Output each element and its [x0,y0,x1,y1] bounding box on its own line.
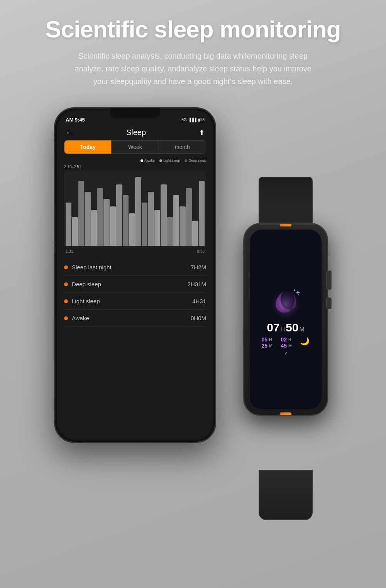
sleep-moon-icon [268,283,303,318]
watch-sub1-h: 05 [262,336,268,343]
page-title: Scientific sleep monitoring [45,15,340,43]
chart-bar [72,217,78,246]
page-subtitle: Scientific sleep analysis, conducting bi… [69,50,317,88]
chart-bar [116,184,122,246]
devices-wrapper: AM 9:45 5G ▐▐▐ ▮96 ← Sleep ⬆ Toda [42,107,344,485]
watch-sub2-h-unit: H [288,338,291,342]
tab-bar: Today Week month [64,140,206,154]
legend-deep-dot [185,159,187,162]
watch-sub1-m-unit: M [269,344,272,348]
phone-screen: AM 9:45 5G ▐▐▐ ▮96 ← Sleep ⬆ Toda [57,110,213,440]
legend-deep: Deep sleep [185,159,206,162]
back-button[interactable]: ← [66,128,73,137]
chart-bar [179,206,185,246]
stat-left: Sleep last night [64,264,112,270]
chart-time-range: 2:10–2:51 [64,165,206,169]
watch-sub1-h-unit: H [269,338,272,342]
tab-today[interactable]: Today [64,140,112,154]
stat-label-light: Light sleep [72,298,100,304]
watch-hours: 07 [267,321,279,334]
chart-bar [186,188,192,246]
watch-time-main: 07 H 50 M [267,321,305,334]
stat-dot [64,299,68,303]
chart-bar [123,195,129,246]
stat-left: Deep sleep [64,281,101,287]
stat-left: Light sleep [64,298,100,304]
stat-value-light: 4H31 [192,298,206,304]
phone-device: AM 9:45 5G ▐▐▐ ▮96 ← Sleep ⬆ Toda [54,107,216,443]
status-time: AM 9:45 [66,117,85,123]
stat-row-sleep: Sleep last night 7H2M [64,259,206,276]
chart-legend: Awake Light sleep Deep sleep [57,159,213,165]
sleep-chart: 2:10–2:51 [64,165,206,253]
page: Scientific sleep monitoring Scientific s… [0,0,386,588]
watch-sub-line-4: 45 M [281,343,292,349]
svg-point-3 [298,294,299,296]
watch-time-sub: 05 H 25 M 02 H [262,336,310,349]
stat-left: Awake [64,315,89,321]
watch-sub2-m-unit: M [288,344,291,348]
stat-value-awake: 0H0M [191,315,206,321]
watch-device: 07 H 50 M 05 H 25 [235,223,336,470]
watch-strap-top [259,177,313,223]
watch-screen: 07 H 50 M 05 H 25 [250,230,322,409]
chart-end-time: 8:33 [197,249,205,253]
chart-time-labels: 1:31 8:33 [64,248,206,253]
legend-awake: Awake [141,159,155,162]
stat-row-awake: Awake 0H0M [64,310,206,327]
app-title: Sleep [126,128,146,137]
watch-sub2-m: 45 [281,343,287,349]
watch-hours-unit: H [281,326,285,333]
chart-bar [129,213,135,246]
watch-strap-bottom [259,470,313,520]
watch-sub-line-3: 02 H [281,336,292,343]
stat-value-sleep: 7H2M [191,264,206,270]
chart-bar [110,206,116,246]
chart-bars-area [64,171,206,248]
battery-icon: ▮96 [198,118,205,122]
watch-crown-1 [326,270,332,290]
watch-accent-bottom [280,412,291,415]
watch-sub-line-2: 25 M [262,343,273,349]
chart-start-time: 1:31 [66,249,73,253]
stat-dot [64,282,68,286]
share-button[interactable]: ⬆ [199,128,205,137]
legend-awake-dot [141,159,143,162]
watch-accent-top [280,224,291,226]
chart-bar [173,195,179,246]
watch-moon-small-icon: 🌙 [300,336,310,349]
tab-week[interactable]: Week [112,140,159,154]
stat-label-awake: Awake [72,315,89,321]
legend-light: Light sleep [159,159,180,162]
chart-bar [192,221,198,246]
stat-row-light: Light sleep 4H31 [64,293,206,310]
watch-crown-2 [326,297,332,309]
app-header: ← Sleep ⬆ [57,124,213,140]
chart-bar [91,210,97,246]
legend-light-dot [159,159,162,162]
chart-bar [167,217,173,246]
chart-bar [66,203,71,246]
svg-point-2 [294,289,295,291]
watch-sub2-h: 02 [281,336,287,343]
stat-label-sleep: Sleep last night [72,264,112,270]
watch-minutes: 50 [286,321,298,334]
stat-value-deep: 2H31M [188,281,206,287]
chart-bar [97,188,103,246]
chart-bar [85,192,90,246]
stat-dot [64,265,68,269]
watch-sub-line-1: 05 H [262,336,273,343]
stats-list: Sleep last night 7H2M Deep sleep 2H31M [64,259,206,327]
chart-bar [78,181,84,246]
chart-bar [103,199,109,246]
watch-sub-block-1: 05 H 25 M [262,336,273,349]
tab-month[interactable]: month [159,140,206,154]
watch-sub1-m: 25 [262,343,268,349]
watch-body: 07 H 50 M 05 H 25 [243,223,328,416]
network-icon: 5G [181,118,186,122]
sleep-icon-container [268,283,303,318]
chart-bar [142,203,147,246]
stat-dot [64,316,68,320]
watch-chevron-down: ∨ [284,350,288,356]
stat-row-deep: Deep sleep 2H31M [64,276,206,293]
